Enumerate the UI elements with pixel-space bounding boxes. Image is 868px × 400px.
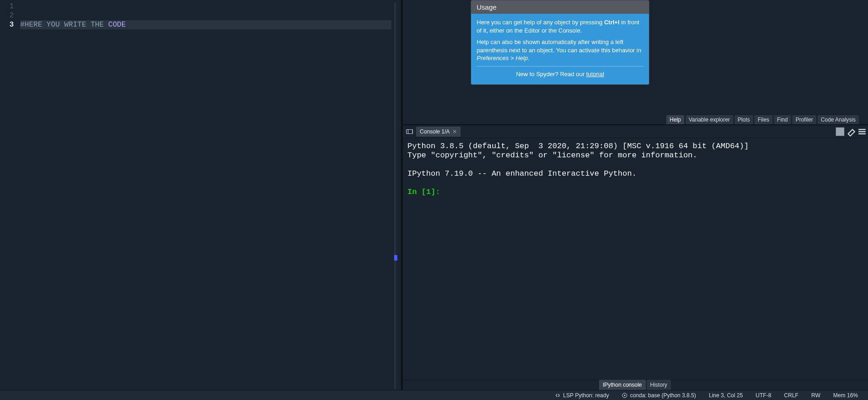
status-lsp[interactable]: LSP Python: ready — [549, 390, 615, 400]
svg-rect-1 — [408, 129, 412, 133]
console-line: Type "copyright", "credits" or "license"… — [407, 151, 698, 160]
svg-rect-0 — [406, 129, 412, 133]
editor-edge-marker — [394, 3, 396, 389]
usage-footer: New to Spyder? Read our tutorial — [477, 70, 643, 78]
console-icon — [406, 129, 413, 134]
code-line[interactable] — [20, 2, 401, 11]
status-eol[interactable]: CRLF — [778, 390, 805, 400]
tutorial-link[interactable]: tutorial — [586, 71, 604, 78]
lsp-icon — [555, 393, 560, 398]
status-rw[interactable]: RW — [805, 390, 827, 400]
code-line[interactable]: #HERE YOU WRITE THE CODE — [20, 20, 401, 29]
options-button[interactable] — [857, 127, 867, 137]
status-memory[interactable]: Mem 16% — [827, 390, 864, 400]
status-bar: LSP Python: ready conda: base (Python 3.… — [0, 390, 868, 400]
comment-token: #HERE YOU WRITE THE — [20, 21, 108, 29]
usage-text: Here you can get help of any object by p… — [477, 18, 643, 34]
tab-code-analysis[interactable]: Code Analysis — [818, 115, 859, 124]
environment-icon — [622, 393, 627, 398]
console-tab[interactable]: Console 1/A ✕ — [416, 127, 461, 137]
svg-point-7 — [624, 394, 625, 396]
help-pane-tabs: Help Variable explorer Plots Files Find … — [666, 115, 859, 124]
console-tab-label: Console 1/A — [420, 128, 450, 135]
tab-find[interactable]: Find — [774, 115, 791, 124]
line-gutter: 1 2 3 — [0, 2, 20, 390]
tab-history[interactable]: History — [647, 380, 671, 390]
svg-rect-2 — [836, 127, 844, 135]
editor-scroll-indicator — [394, 255, 397, 261]
code-editor[interactable]: 1 2 3 #HERE YOU WRITE THE CODE — [0, 0, 401, 390]
menu-icon — [857, 127, 867, 137]
console-prompt: In [1]: — [407, 188, 440, 196]
usage-heading: Usage — [471, 0, 649, 14]
main-area: 1 2 3 #HERE YOU WRITE THE CODE Usage — [0, 0, 868, 390]
line-number-current: 3 — [0, 20, 14, 29]
usage-text: Help can also be shown automatically aft… — [477, 38, 643, 62]
code-line[interactable] — [20, 11, 401, 20]
code-area[interactable]: #HERE YOU WRITE THE CODE — [20, 2, 401, 390]
console-pane: Console 1/A ✕ Python 3.8.5 (default, Sep… — [403, 125, 868, 390]
tab-variable-explorer[interactable]: Variable explorer — [686, 115, 733, 124]
tab-ipython-console[interactable]: IPython console — [599, 380, 645, 390]
console-tabbar: Console 1/A ✕ — [403, 125, 868, 138]
stop-icon — [835, 127, 845, 137]
close-icon[interactable]: ✕ — [452, 128, 457, 135]
console-line: IPython 7.19.0 -- An enhanced Interactiv… — [407, 169, 637, 178]
tab-files[interactable]: Files — [754, 115, 772, 124]
status-conda[interactable]: conda: base (Python 3.8.5) — [615, 390, 703, 400]
selected-word: CODE — [108, 21, 126, 29]
tab-plots[interactable]: Plots — [735, 115, 753, 124]
status-cursor-position[interactable]: Line 3, Col 25 — [703, 390, 749, 400]
right-column: Usage Here you can get help of any objec… — [402, 0, 868, 390]
tab-profiler[interactable]: Profiler — [792, 115, 816, 124]
status-encoding[interactable]: UTF-8 — [749, 390, 778, 400]
line-number: 1 — [0, 2, 14, 11]
console-bottom-tabs: IPython console History — [403, 380, 868, 390]
stop-button[interactable] — [835, 127, 845, 137]
help-pane: Usage Here you can get help of any objec… — [403, 0, 868, 125]
line-number: 2 — [0, 11, 14, 20]
console-output[interactable]: Python 3.8.5 (default, Sep 3 2020, 21:29… — [403, 138, 868, 380]
new-console-button[interactable] — [404, 127, 414, 136]
usage-panel: Usage Here you can get help of any objec… — [471, 0, 649, 85]
eraser-icon — [846, 127, 856, 137]
clear-button[interactable] — [846, 127, 856, 137]
tab-help[interactable]: Help — [666, 115, 684, 124]
console-line: Python 3.8.5 (default, Sep 3 2020, 21:29… — [407, 142, 749, 150]
editor-pane: 1 2 3 #HERE YOU WRITE THE CODE — [0, 0, 402, 390]
usage-body: Here you can get help of any object by p… — [471, 14, 649, 84]
